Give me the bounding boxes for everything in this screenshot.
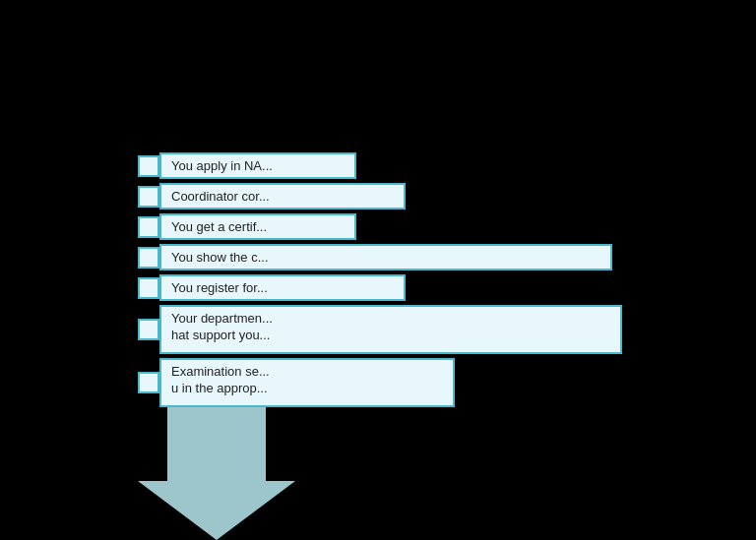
steps-list: You apply in NA... Coordinator cor... Yo… (138, 152, 622, 407)
list-item: Coordinator cor... (138, 183, 622, 210)
step-checkbox[interactable] (138, 372, 159, 393)
down-arrow-icon (138, 402, 295, 540)
step-checkbox[interactable] (138, 216, 159, 238)
list-item: Your departmen...hat support you... (138, 305, 622, 354)
step-label: Your departmen...hat support you... (159, 305, 622, 354)
step-label: Coordinator cor... (159, 183, 406, 210)
list-item: You show the c... (138, 244, 622, 270)
step-label: You show the c... (159, 244, 612, 270)
step-checkbox[interactable] (138, 155, 159, 177)
step-checkbox[interactable] (138, 186, 159, 208)
step-checkbox[interactable] (138, 277, 159, 299)
list-item: Examination se...u in the approp... (138, 358, 622, 407)
step-checkbox[interactable] (138, 319, 159, 340)
step-checkbox[interactable] (138, 247, 159, 269)
list-item: You get a certif... (138, 213, 622, 240)
process-diagram: You apply in NA... Coordinator cor... Yo… (0, 0, 756, 540)
step-label: You get a certif... (159, 213, 356, 240)
step-label: You register for... (159, 274, 406, 301)
list-item: You register for... (138, 274, 622, 301)
step-label: You apply in NA... (159, 152, 356, 179)
step-label: Examination se...u in the approp... (159, 358, 455, 407)
list-item: You apply in NA... (138, 152, 622, 179)
